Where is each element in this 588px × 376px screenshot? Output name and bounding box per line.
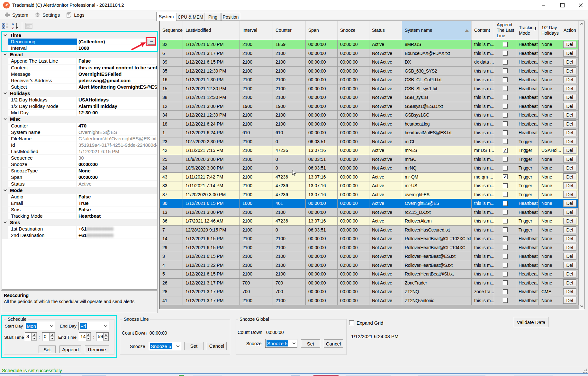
property-value[interactable]: +61000000000 — [77, 226, 157, 232]
checkbox-unchecked-icon[interactable] — [503, 192, 508, 197]
grid-row-rolloveralarm[interactable]: 361/7/2021 12:46 AM21004723613:07:1600:0… — [160, 217, 579, 226]
property-value[interactable]: None — [77, 168, 157, 174]
delete-row-button[interactable]: Del — [563, 59, 576, 66]
spin-up-icon[interactable] — [50, 333, 55, 337]
schedule-remove-button[interactable]: Remove — [85, 345, 109, 353]
column-header-snooze[interactable]: Snooze — [338, 21, 369, 40]
property-row-id[interactable]: Id351919a4-017f-4251-9dde-224880d4d56c — [2, 142, 157, 148]
delete-row-button[interactable]: Del — [563, 85, 576, 92]
spin-up-icon[interactable] — [86, 333, 91, 337]
property-value[interactable]: (Collection)... — [77, 39, 157, 45]
checkbox-checked-icon[interactable]: ✓ — [503, 174, 508, 179]
menu-item-logs[interactable]: Logs — [64, 11, 88, 19]
property-category-time[interactable]: Time — [2, 32, 157, 39]
grid-row-rolloverheartbeat-si-txt[interactable]: 51/12/2021 6:15 PM2100210000:00:0000:00:… — [160, 270, 579, 279]
property-value[interactable]: 470 — [77, 123, 157, 129]
categorized-icon[interactable] — [2, 22, 9, 30]
snooze-global-cancel-button[interactable]: Cancel — [324, 339, 343, 348]
delete-row-button[interactable]: Del — [563, 50, 576, 57]
grid-row-rolloverheartbeat-s-txt[interactable]: 41/12/2021 1:22 PM2100210000:00:0000:00:… — [160, 261, 579, 270]
checkbox-unchecked-icon[interactable] — [503, 77, 508, 82]
property-value[interactable]: 351919a4-017f-4251-9dde-224880d4d56c — [77, 142, 157, 148]
checkbox-unchecked-icon[interactable] — [503, 157, 508, 162]
chevron-down-icon[interactable] — [2, 32, 8, 38]
column-header-tracking-mode[interactable]: Tracking Mode — [516, 21, 539, 40]
validate-data-button[interactable]: Validate Data — [514, 317, 548, 327]
delete-row-button[interactable]: Del — [563, 218, 576, 224]
delete-row-button[interactable]: Del — [563, 262, 576, 268]
resize-grip[interactable] — [583, 368, 587, 373]
column-header-system-name[interactable]: System name — [402, 21, 472, 40]
grid-vertical-scrollbar[interactable] — [579, 21, 584, 309]
grid-row-mr-qm[interactable]: 431/11/2021 7:42 PM21004723613:07:1600:0… — [160, 173, 579, 182]
menu-item-system[interactable]: System — [3, 11, 32, 19]
delete-row-button[interactable]: Del — [563, 191, 576, 198]
chevron-down-icon[interactable] — [2, 219, 8, 225]
property-value[interactable]: False — [77, 58, 157, 64]
column-header-status[interactable]: Status — [369, 21, 402, 40]
grid-row-mrcl[interactable]: 2310/7/2020 2:30 PM2100006:03:5100:00:00… — [160, 137, 579, 146]
minimize-button[interactable] — [536, 0, 551, 10]
property-value[interactable]: C:\alertmon\hb\OvernightES@ES.txt — [77, 136, 157, 142]
property-row-system-name[interactable]: System nameOvernightES@ES — [2, 129, 157, 136]
column-header-sequence[interactable]: Sequence — [160, 21, 183, 40]
property-category-email[interactable]: Email — [2, 51, 157, 58]
property-row-1-2-day-holidays[interactable]: 1/2 Day HolidaysUSAHolidays — [2, 97, 157, 103]
expand-grid-checkbox[interactable] — [349, 320, 354, 325]
checkbox-unchecked-icon[interactable] — [503, 130, 508, 135]
delete-row-button[interactable]: Del — [563, 67, 576, 74]
property-row-lastmodified[interactable]: LastModified1/12/2021 6:15 PM — [2, 148, 157, 155]
column-header-action[interactable]: Action — [561, 21, 579, 40]
property-value[interactable]: +61000000000 — [77, 232, 157, 238]
property-value[interactable]: this is my email content to be sent — [77, 65, 157, 71]
column-header-content[interactable]: Content — [472, 21, 494, 40]
checkbox-unchecked-icon[interactable] — [503, 263, 508, 267]
schedule-set-button[interactable]: Set — [39, 345, 56, 353]
spin-up-icon[interactable] — [32, 333, 37, 337]
delete-row-button[interactable]: Del — [563, 165, 576, 171]
property-value[interactable]: peterzwag@gmail.com — [77, 77, 157, 83]
delete-row-button[interactable]: Del — [563, 41, 576, 48]
grid-row-mr-es[interactable]: 421/11/2021 7:15 PM21004723613:07:1600:0… — [160, 146, 579, 155]
delete-row-button[interactable]: Del — [563, 173, 576, 180]
property-row-1st-destination[interactable]: 1st Destination+61000000000 — [2, 226, 157, 232]
checkbox-unchecked-icon[interactable] — [503, 113, 508, 118]
property-value[interactable]: Active — [77, 181, 157, 187]
grid-row-dx[interactable]: 391/12/2021 6:15 PM2100210000:00:0000:00… — [160, 58, 579, 67]
property-row-receiver-s-address[interactable]: Receiver's Addresspeterzwag@gmail.com — [2, 77, 157, 84]
chevron-down-icon[interactable] — [2, 51, 8, 57]
checkbox-unchecked-icon[interactable] — [503, 139, 508, 144]
property-category-mode[interactable]: Mode — [2, 187, 157, 194]
property-row-tracking-mode[interactable]: Tracking ModeHeartbeat — [2, 213, 157, 219]
grid-row-heartbeatmntes-es-txt[interactable]: 11/12/2021 6:24 PM61061000:00:0000:00:00… — [160, 128, 579, 137]
property-row-counter[interactable]: Counter470 — [2, 123, 157, 129]
column-header-span[interactable]: Span — [306, 21, 338, 40]
grid-row-zonetrader[interactable]: 261/12/2021 3:17 PM70070000:00:0000:00:0… — [160, 279, 579, 288]
snooze-line-cancel-button[interactable]: Cancel — [207, 342, 227, 350]
chevron-down-icon[interactable] — [2, 116, 8, 122]
property-value[interactable]: 30 — [77, 155, 157, 161]
delete-row-button[interactable]: Del — [563, 288, 576, 295]
delete-row-button[interactable]: Del — [563, 200, 576, 207]
column-header-counter[interactable]: Counter — [273, 21, 306, 40]
property-row-reoccuring[interactable]: Reoccuring(Collection)... — [2, 39, 157, 45]
grid-row-overnightes-es[interactable]: 301/12/2021 6:15 PM100046100:00:0000:00:… — [160, 199, 579, 208]
snooze-global-select[interactable]: Snooze 5 — [265, 339, 297, 348]
delete-row-button[interactable]: Del — [563, 94, 576, 101]
property-row-content[interactable]: Contentthis is my email content to be se… — [2, 65, 157, 71]
snooze-line-set-button[interactable]: Set — [184, 342, 204, 350]
end-minute-stepper[interactable]: 59 — [96, 332, 109, 341]
schedule-append-button[interactable]: Append — [59, 345, 81, 353]
checkbox-unchecked-icon[interactable] — [503, 68, 508, 73]
grid-row-rolloverheartbeat-cl-102xc-txt[interactable]: 141/12/2021 6:15 PM2100210000:00:0000:00… — [160, 234, 579, 243]
grid-row-mr-us[interactable]: 331/11/2021 7:14 PM21004723613:07:1600:0… — [160, 181, 579, 190]
delete-row-button[interactable]: Del — [563, 226, 576, 233]
grid-row-mrnq[interactable]: 2410/9/2020 3:00 PM2100006:03:5100:00:00… — [160, 164, 579, 173]
property-row-snoozetype[interactable]: SnoozeTypeNone — [2, 168, 157, 174]
grid-row-gsb-si-sys1-txt[interactable]: 151/12/2021 12:30 PM2100210000:00:0000:0… — [160, 84, 579, 93]
chevron-down-icon[interactable] — [2, 187, 8, 193]
end-hour-stepper[interactable]: 14 — [79, 332, 91, 341]
delete-row-button[interactable]: Del — [563, 209, 576, 215]
maximize-button[interactable] — [555, 0, 570, 10]
checkbox-unchecked-icon[interactable] — [503, 166, 508, 171]
